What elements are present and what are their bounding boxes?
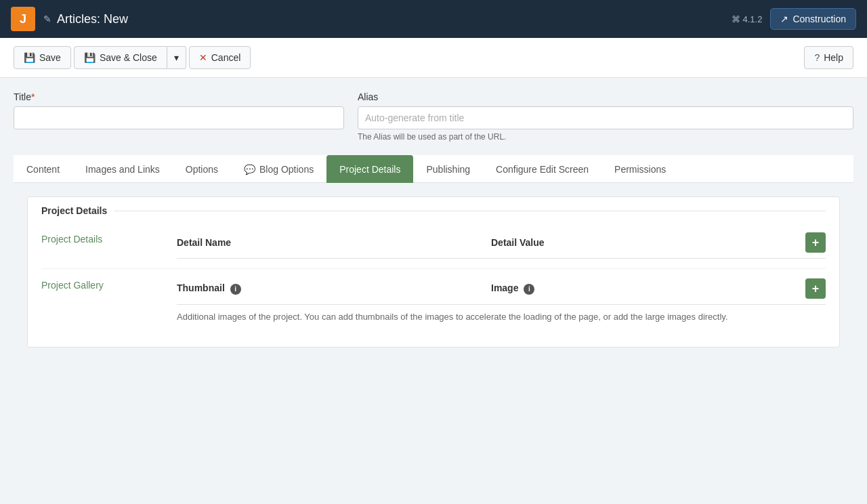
tab-publishing[interactable]: Publishing — [413, 155, 483, 183]
add-gallery-button[interactable]: + — [805, 278, 826, 299]
alias-input[interactable] — [358, 106, 853, 129]
toolbar: 💾 Save 💾 Save & Close ▾ ✕ Cancel ? Help — [0, 38, 867, 78]
help-button[interactable]: ? Help — [804, 46, 853, 69]
main-content: Title* Alias The Alias will be used as p… — [0, 78, 867, 375]
project-gallery-content: Thumbnail i Image i + Additional images … — [177, 278, 826, 324]
project-details-row: Project Details Detail Name Detail Value… — [41, 223, 826, 269]
project-details-header: Detail Name Detail Value + — [177, 232, 826, 259]
chat-icon: 💬 — [244, 164, 255, 175]
gallery-hint: Additional images of the project. You ca… — [177, 305, 826, 324]
thumbnail-info-icon[interactable]: i — [230, 284, 241, 295]
image-col-header: Image i — [491, 282, 805, 295]
tab-permissions[interactable]: Permissions — [601, 155, 679, 183]
project-details-label: Project Details — [41, 232, 177, 245]
cancel-icon: ✕ — [199, 52, 207, 63]
joomla-logo[interactable]: J — [11, 7, 35, 31]
section-legend-text: Project Details — [41, 197, 107, 216]
save-close-icon: 💾 — [84, 52, 96, 63]
project-gallery-header: Thumbnail i Image i + — [177, 278, 826, 305]
edit-icon: ✎ — [43, 14, 51, 24]
save-dropdown-button[interactable]: ▾ — [167, 46, 186, 69]
save-close-group: 💾 Save & Close ▾ — [74, 46, 186, 69]
project-details-content: Detail Name Detail Value + — [177, 232, 826, 259]
construction-button[interactable]: ↗ Construction — [770, 8, 856, 30]
alias-label: Alias — [358, 91, 853, 102]
tab-options[interactable]: Options — [173, 155, 231, 183]
tab-project-details[interactable]: Project Details — [326, 155, 413, 183]
project-gallery-row: Project Gallery Thumbnail i Image i + Ad… — [41, 269, 826, 333]
title-label: Title* — [14, 91, 344, 102]
dropdown-icon: ▾ — [174, 52, 179, 63]
save-close-button[interactable]: 💾 Save & Close — [74, 46, 167, 69]
thumbnail-col-header: Thumbnail i — [177, 282, 491, 295]
cancel-label: Cancel — [211, 52, 241, 63]
cancel-button[interactable]: ✕ Cancel — [189, 46, 251, 69]
help-label: Help — [824, 52, 843, 63]
help-icon: ? — [814, 52, 820, 63]
alias-group: Alias The Alias will be used as part of … — [358, 91, 853, 142]
topbar-title: ✎ Articles: New — [43, 12, 128, 26]
version-label: ⌘ 4.1.2 — [732, 14, 763, 24]
save-icon: 💾 — [24, 52, 35, 63]
title-group: Title* — [14, 91, 344, 142]
tab-content[interactable]: Content — [14, 155, 72, 183]
tab-images-links[interactable]: Images and Links — [72, 155, 173, 183]
detail-value-col-header: Detail Value — [491, 237, 805, 248]
construction-icon: ↗ — [780, 14, 788, 24]
title-input[interactable] — [14, 106, 344, 129]
save-close-label: Save & Close — [100, 52, 157, 63]
save-button[interactable]: 💾 Save — [14, 46, 71, 69]
tab-blog-options[interactable]: 💬 Blog Options — [231, 155, 326, 183]
section-legend-line — [114, 211, 826, 211]
image-info-icon[interactable]: i — [524, 284, 534, 295]
topbar-right: ⌘ 4.1.2 ↗ Construction — [732, 8, 856, 30]
detail-name-col-header: Detail Name — [177, 237, 491, 248]
alias-hint: The Alias will be used as part of the UR… — [358, 132, 853, 142]
topbar-left: J ✎ Articles: New — [11, 7, 128, 31]
save-label: Save — [39, 52, 61, 63]
construction-label: Construction — [792, 14, 846, 24]
title-alias-row: Title* Alias The Alias will be used as p… — [14, 91, 853, 142]
tabs-bar: Content Images and Links Options 💬 Blog … — [14, 155, 853, 183]
tab-content-area: Project Details Project Details Detail N… — [14, 183, 853, 361]
project-gallery-label: Project Gallery — [41, 278, 177, 291]
title-required: * — [31, 91, 35, 102]
page-title: Articles: New — [57, 12, 128, 26]
project-details-container: Project Details Project Details Detail N… — [27, 196, 840, 348]
add-detail-button[interactable]: + — [805, 232, 826, 253]
topbar: J ✎ Articles: New ⌘ 4.1.2 ↗ Construction — [0, 0, 867, 38]
tab-configure-edit[interactable]: Configure Edit Screen — [483, 155, 601, 183]
section-legend: Project Details — [41, 197, 826, 216]
